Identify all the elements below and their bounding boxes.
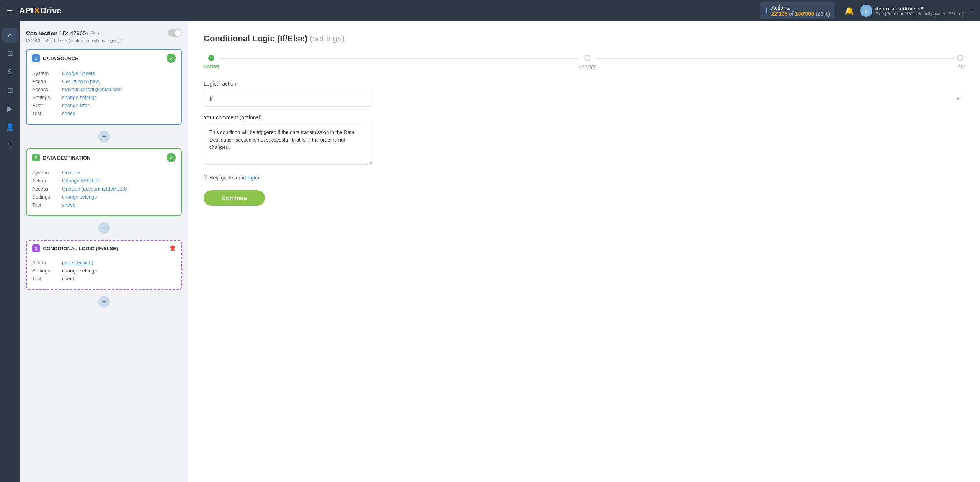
step-dot-action — [208, 55, 214, 61]
card3-num: 3 — [32, 244, 40, 252]
card3-settings-row: Settings change settings — [32, 268, 176, 274]
info-icon: ℹ — [765, 7, 768, 15]
add-step-btn-2[interactable]: + — [98, 222, 110, 234]
copy-icon[interactable]: ⧉ — [91, 30, 95, 36]
card2-check: ✓ — [167, 153, 176, 162]
card2-action-row: Action Change ORDER — [32, 178, 176, 184]
page-title: Conditional Logic (If/Else) (settings) — [204, 34, 965, 44]
logical-action-select-wrapper: If ▾ — [204, 90, 965, 107]
card1-header: 1 DATA SOURCE ✓ — [27, 50, 181, 67]
card3-test-row: Test check — [32, 276, 176, 282]
card2-access-row: Access OneBox (account added 21.0 — [32, 186, 176, 192]
sidebar-item-home[interactable]: ⌂ — [2, 28, 18, 43]
toggle-thumb — [175, 30, 181, 36]
help-link[interactable]: Logic — [245, 175, 258, 181]
main-content: Connection (ID: 47965) ⧉ ⚙ GOOGLE SHEETS… — [20, 21, 980, 482]
card3-body: Action (not specified) Settings change s… — [27, 256, 181, 289]
logo: API X Drive — [19, 6, 61, 16]
stepper: Action Settings Test — [204, 55, 965, 69]
card2-header: 2 DATA DESTINATION ✓ — [27, 149, 181, 166]
card2-num: 2 — [32, 154, 40, 161]
card1-action-row: Action Get ROWS (new) — [32, 78, 176, 84]
select-chevron-icon: ▾ — [957, 95, 959, 101]
data-source-card: 1 DATA SOURCE ✓ System Google Sheets Act… — [26, 49, 182, 125]
card2-test-row: Test check — [32, 202, 176, 208]
step-label-settings: Settings — [578, 64, 596, 69]
actions-badge: ℹ Actions: 22'105 of 100'000 (22%) — [760, 2, 835, 19]
step-test: Test — [956, 55, 965, 69]
add-step-btn-1[interactable]: + — [98, 131, 110, 142]
comment-textarea[interactable]: This condition will be triggered if the … — [204, 124, 372, 165]
sidebar-item-youtube[interactable]: ▶ — [2, 101, 18, 116]
logo-x: X — [34, 6, 40, 16]
connection-header: Connection (ID: 47965) ⧉ ⚙ — [26, 29, 182, 37]
sidebar-item-help[interactable]: ? — [2, 138, 18, 153]
sidebar-item-briefcase[interactable]: ⊡ — [2, 83, 18, 98]
logo-api: API — [19, 6, 33, 16]
user-info: demo_apix-drive_s3 Plan |Premium PRO| le… — [875, 6, 966, 16]
top-navigation: ☰ API X Drive ℹ Actions: 22'105 of 100'0… — [0, 0, 980, 21]
step-action: Action — [204, 55, 219, 69]
card1-body: System Google Sheets Action Get ROWS (ne… — [27, 67, 181, 124]
card1-access-row: Access maverickandrii@gmail.com — [32, 86, 176, 92]
left-panel: Connection (ID: 47965) ⧉ ⚙ GOOGLE SHEETS… — [20, 21, 188, 482]
sidebar-item-diagram[interactable]: ⊞ — [2, 46, 18, 61]
step-connector-2 — [596, 58, 956, 59]
card2-system-row: System OneBox — [32, 170, 176, 176]
logical-action-group: Logical action If ▾ — [204, 81, 965, 107]
sidebar-item-user[interactable]: 👤 — [2, 119, 18, 135]
step-label-action: Action — [204, 64, 219, 69]
help-question-icon: ? — [204, 174, 207, 181]
data-destination-card: 2 DATA DESTINATION ✓ System OneBox Actio… — [26, 148, 182, 216]
logical-action-select[interactable]: If — [204, 90, 372, 107]
card1-settings-row: Settings change settings — [32, 94, 176, 100]
connection-toggle[interactable] — [168, 29, 182, 37]
connection-settings-icon[interactable]: ⚙ — [98, 30, 102, 36]
step-dot-test — [957, 55, 963, 61]
connection-subtitle: GOOGLE SHEETS -> (onebox, conditional lo… — [26, 38, 182, 43]
step-settings: Settings — [578, 55, 596, 69]
right-panel: Conditional Logic (If/Else) (settings) A… — [188, 21, 980, 482]
card1-filter-row: Filter change filter — [32, 103, 176, 108]
card3-header: 3 CONDITIONAL LOGIC (IF/ELSE) 🗑 — [27, 241, 181, 256]
avatar: d — [860, 5, 872, 17]
comment-label: Your comment (optional) — [204, 114, 965, 120]
actions-counter: Actions: 22'105 of 100'000 (22%) — [771, 5, 830, 17]
hamburger-menu[interactable]: ☰ — [6, 6, 13, 15]
comment-group: Your comment (optional) This condition w… — [204, 114, 965, 166]
add-step-btn-3[interactable]: + — [98, 296, 110, 308]
connection-title: Connection (ID: 47965) — [26, 30, 88, 36]
user-chevron-icon: › — [972, 7, 974, 14]
card3-delete-icon[interactable]: 🗑 — [170, 245, 176, 252]
card1-system-row: System Google Sheets — [32, 70, 176, 76]
notifications-bell[interactable]: 🔔 — [844, 6, 854, 15]
card1-num: 1 — [32, 54, 40, 62]
step-connector-1 — [219, 58, 578, 59]
card1-test-row: Test check — [32, 111, 176, 116]
user-area[interactable]: d demo_apix-drive_s3 Plan |Premium PRO| … — [860, 5, 974, 17]
logo-drive: Drive — [40, 6, 61, 16]
step-dot-settings — [584, 55, 590, 61]
card2-settings-row: Settings change settings — [32, 194, 176, 200]
card1-check: ✓ — [167, 54, 176, 63]
help-link-area: ? Help guide for «Logic» — [204, 174, 965, 181]
card2-body: System OneBox Action Change ORDER Access… — [27, 166, 181, 215]
sidebar-item-billing[interactable]: $ — [2, 64, 18, 80]
left-sidebar: ⌂ ⊞ $ ⊡ ▶ 👤 ? — [0, 21, 20, 482]
logical-action-label: Logical action — [204, 81, 965, 87]
step-label-test: Test — [956, 64, 965, 69]
conditional-logic-card: 3 CONDITIONAL LOGIC (IF/ELSE) 🗑 Action (… — [26, 240, 182, 290]
continue-button[interactable]: Continue — [204, 190, 265, 206]
card3-action-row: Action (not specified) — [32, 260, 176, 265]
